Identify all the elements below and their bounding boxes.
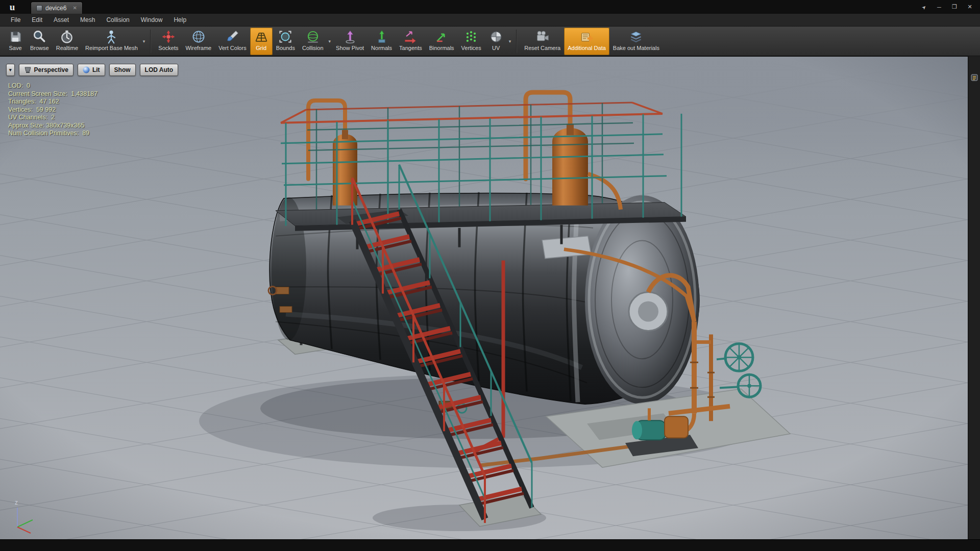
save-button[interactable]: Save <box>4 28 27 55</box>
stat-lod: LOD: 0 <box>8 82 97 90</box>
menubar: File Edit Asset Mesh Collision Window He… <box>0 14 980 27</box>
menu-collision[interactable]: Collision <box>101 14 135 26</box>
stat-vertices: Vertices: 59 992 <box>8 106 97 114</box>
reset-camera-button[interactable]: Reset Camera <box>521 28 564 55</box>
stat-approx-size: Approx Size: 380x739x365 <box>8 122 97 130</box>
lit-sphere-icon <box>83 66 90 73</box>
vertices-button[interactable]: Vertices <box>458 28 485 55</box>
menu-asset[interactable]: Asset <box>48 14 75 26</box>
asset-tab-icon <box>36 5 42 11</box>
normals-button[interactable]: Normals <box>368 28 396 55</box>
menu-help[interactable]: Help <box>168 14 192 26</box>
viewport-scene <box>0 57 968 539</box>
sockets-icon <box>161 29 176 44</box>
realtime-button[interactable]: Realtime <box>53 28 82 55</box>
grid-icon <box>254 29 269 44</box>
tangents-button[interactable]: Tangents <box>396 28 426 55</box>
bake-out-materials-icon <box>628 29 644 44</box>
window-controls: ➤ ─ ❒ ✕ <box>918 0 980 14</box>
bake-out-materials-button[interactable]: Bake out Materials <box>609 28 663 55</box>
uv-icon <box>488 29 504 44</box>
stat-triangles: Triangles: 47 162 <box>8 98 97 106</box>
stat-screen-size: Current Screen Size: 1,438187 <box>8 90 97 98</box>
collision-dropdown-caret[interactable]: ▾ <box>327 39 333 44</box>
toolbar-separator <box>150 30 151 53</box>
static-mesh-editor-window: u device6 ✕ ➤ ─ ❒ ✕ File Edit Asset Mesh… <box>0 0 980 551</box>
binormals-icon <box>434 29 449 44</box>
save-icon <box>8 29 23 44</box>
perspective-button[interactable]: Perspective <box>19 64 74 76</box>
unreal-logo: u <box>0 0 24 14</box>
vert-colors-icon <box>225 29 240 44</box>
collapsed-panel-strip <box>968 56 980 539</box>
toolbar-separator <box>516 30 517 53</box>
binormals-button[interactable]: Binormals <box>426 28 458 55</box>
mesh-stats: LOD: 0 Current Screen Size: 1,438187 Tri… <box>8 82 97 138</box>
sockets-button[interactable]: Sockets <box>155 28 182 55</box>
menu-mesh[interactable]: Mesh <box>75 14 101 26</box>
lod-auto-button[interactable]: LOD Auto <box>140 64 179 76</box>
viewport-options-button[interactable]: ▾ <box>6 64 15 76</box>
browse-button[interactable]: Browse <box>27 28 53 55</box>
normals-icon <box>374 29 389 44</box>
collision-button[interactable]: Collision <box>299 28 327 55</box>
show-menu-button[interactable]: Show <box>109 64 136 76</box>
tangents-icon <box>403 29 418 44</box>
close-button[interactable]: ✕ <box>964 2 976 12</box>
menu-file[interactable]: File <box>5 14 26 26</box>
vertices-icon <box>463 29 479 44</box>
viewport-toolbar: ▾ Perspective Lit Show LOD Auto <box>6 64 178 76</box>
menu-edit[interactable]: Edit <box>26 14 48 26</box>
collision-icon <box>305 29 321 44</box>
asset-tab[interactable]: device6 ✕ <box>31 2 83 14</box>
reimport-base-mesh-button[interactable]: Reimport Base Mesh <box>82 28 141 55</box>
reimport-base-mesh-icon <box>104 29 119 44</box>
stat-collision-primitives: Num Collision Primitives: 89 <box>8 130 97 138</box>
uv-dropdown-caret[interactable]: ▾ <box>507 39 513 44</box>
lit-mode-button[interactable]: Lit <box>78 64 105 76</box>
main-toolbar: Save Browse Realtime Reimport Base Mesh … <box>0 27 980 56</box>
3d-viewport[interactable]: ▾ Perspective Lit Show LOD Auto LOD: 0 C… <box>0 56 968 539</box>
collapsed-tab-icon[interactable] <box>970 73 978 82</box>
additional-data-icon <box>579 29 595 44</box>
wireframe-icon <box>191 29 206 44</box>
viewport-options-caret: ▾ <box>9 67 12 72</box>
bounds-icon <box>278 29 293 44</box>
realtime-icon <box>59 29 75 44</box>
gizmo-z-label: z <box>15 499 18 506</box>
vert-colors-button[interactable]: Vert Colors <box>215 28 250 55</box>
maximize-button[interactable]: ❒ <box>948 2 961 12</box>
wireframe-button[interactable]: Wireframe <box>182 28 215 55</box>
titlebar: u device6 ✕ ➤ ─ ❒ ✕ <box>0 0 980 14</box>
grid-button[interactable]: Grid <box>250 28 273 55</box>
reimport-dropdown-caret[interactable]: ▾ <box>141 39 147 44</box>
browse-icon <box>32 29 47 44</box>
pointer-icon: ➤ <box>916 0 932 15</box>
perspective-icon <box>24 67 32 73</box>
bounds-button[interactable]: Bounds <box>273 28 299 55</box>
minimize-button[interactable]: ─ <box>933 2 945 12</box>
uv-button[interactable]: UV <box>485 28 507 55</box>
menu-window[interactable]: Window <box>135 14 168 26</box>
axis-gizmo: z <box>7 493 53 534</box>
reset-camera-icon <box>535 29 550 44</box>
show-pivot-button[interactable]: Show Pivot <box>332 28 368 55</box>
asset-tab-title: device6 <box>45 5 66 12</box>
tab-close-icon[interactable]: ✕ <box>72 5 77 11</box>
stat-uv-channels: UV Channels: 2 <box>8 114 97 122</box>
additional-data-button[interactable]: Additional Data <box>564 28 609 55</box>
show-pivot-icon <box>342 29 358 44</box>
bottom-status-bar <box>0 539 980 551</box>
